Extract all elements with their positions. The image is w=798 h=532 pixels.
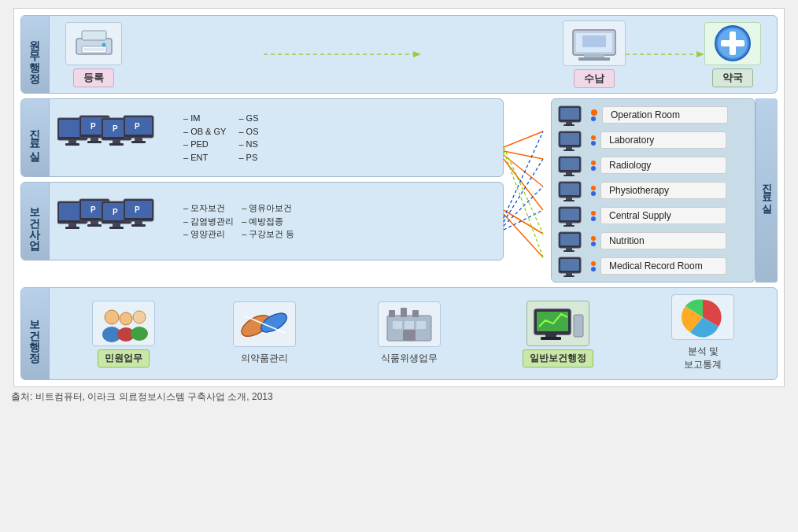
svg-rect-53 xyxy=(135,221,142,224)
svg-rect-44 xyxy=(87,224,102,227)
svg-rect-25 xyxy=(87,141,102,143)
svg-rect-48 xyxy=(113,224,120,227)
svg-marker-6 xyxy=(413,51,421,57)
medicine-box: 의약품관리 xyxy=(233,301,296,367)
svg-rect-4 xyxy=(83,48,105,51)
svg-rect-70 xyxy=(566,122,572,124)
svg-rect-83 xyxy=(563,200,574,201)
row-bohun: 보건행정 민원업무 xyxy=(20,287,778,380)
svg-rect-91 xyxy=(563,250,574,252)
svg-rect-54 xyxy=(131,224,146,227)
svg-point-98 xyxy=(120,312,132,325)
svg-rect-115 xyxy=(545,333,556,337)
registration-box: 등록 xyxy=(65,22,122,87)
svg-rect-73 xyxy=(560,133,579,145)
civil-icon xyxy=(92,301,155,346)
right-panel-area: Operation Room Laboratory xyxy=(551,98,778,283)
left-rows: 진료실 xyxy=(20,98,504,283)
svg-rect-94 xyxy=(566,273,572,275)
svg-rect-39 xyxy=(68,224,76,227)
row-health-content: P P xyxy=(50,183,503,260)
svg-rect-117 xyxy=(574,315,583,337)
module-radiology: Radiology xyxy=(558,154,748,176)
food-label: 식품위생업무 xyxy=(375,350,444,367)
svg-rect-9 xyxy=(584,54,604,57)
svg-line-60 xyxy=(504,210,543,234)
svg-text:P: P xyxy=(135,122,140,131)
public-health-icon xyxy=(526,301,589,346)
svg-rect-95 xyxy=(563,275,574,277)
analysis-label: 분석 및 보고통계 xyxy=(678,343,728,373)
module-nutrition: Nutrition xyxy=(558,230,748,252)
module-central-supply: Central Supply xyxy=(558,205,748,227)
svg-rect-43 xyxy=(91,221,98,224)
row-health: 보건사업 xyxy=(20,182,504,260)
pharmacy-box: 약국 xyxy=(704,22,761,87)
svg-rect-20 xyxy=(68,140,76,143)
public-health-label: 일반보건행정 xyxy=(523,349,593,368)
svg-rect-112 xyxy=(412,310,419,317)
module-radiology-label: Radiology xyxy=(600,157,726,174)
svg-rect-75 xyxy=(563,150,574,151)
svg-rect-17 xyxy=(721,40,744,46)
svg-rect-77 xyxy=(560,158,579,170)
pharmacy-icon xyxy=(704,22,761,65)
svg-rect-107 xyxy=(405,321,414,329)
medicine-label: 의약품관리 xyxy=(235,350,294,367)
middle-section: 진료실 xyxy=(20,98,778,283)
svg-rect-89 xyxy=(560,234,579,246)
svg-text:P: P xyxy=(113,124,118,133)
module-physiotherapy: Physiotherapy xyxy=(558,179,748,201)
svg-point-103 xyxy=(258,309,290,336)
medicine-icon xyxy=(233,301,296,347)
svg-point-100 xyxy=(133,311,146,323)
food-icon xyxy=(378,301,441,347)
svg-rect-116 xyxy=(541,337,561,340)
health-computers: P P xyxy=(57,194,168,249)
svg-rect-90 xyxy=(566,248,572,250)
svg-rect-40 xyxy=(65,227,79,229)
svg-rect-86 xyxy=(566,223,572,225)
module-central-supply-label: Central Supply xyxy=(600,207,726,224)
svg-rect-29 xyxy=(113,140,120,143)
svg-rect-74 xyxy=(566,147,572,150)
svg-line-67 xyxy=(504,151,543,257)
svg-rect-24 xyxy=(91,138,98,141)
svg-rect-82 xyxy=(566,198,572,200)
row-wonmu-content: 등록 xyxy=(50,16,777,93)
row-wonmu: 원무행정 등록 xyxy=(20,15,778,94)
module-laboratory: Laboratory xyxy=(558,129,748,151)
clinic-list: – IM – OB & GY – PED – ENT – GS – OS – N… xyxy=(183,112,259,164)
svg-line-57 xyxy=(504,151,543,159)
row-wonmu-label: 원무행정 xyxy=(21,16,50,93)
svg-rect-111 xyxy=(401,308,407,317)
svg-rect-11 xyxy=(582,35,606,47)
svg-rect-85 xyxy=(560,209,579,220)
analysis-box: 분석 및 보고통계 xyxy=(671,294,734,373)
svg-line-63 xyxy=(504,159,543,222)
svg-rect-34 xyxy=(135,138,142,141)
svg-text:P: P xyxy=(91,205,96,214)
svg-rect-106 xyxy=(393,321,402,329)
food-box: 식품위생업무 xyxy=(375,301,444,367)
svg-rect-108 xyxy=(416,321,426,329)
svg-rect-79 xyxy=(563,175,574,176)
row-health-label: 보건사업 xyxy=(21,183,50,260)
module-operation-room-label: Operation Room xyxy=(602,106,728,124)
svg-rect-110 xyxy=(389,310,395,317)
svg-point-3 xyxy=(102,43,105,47)
row-jinryo-content: P P xyxy=(50,99,503,176)
source-citation: 출처: 비트컴퓨터, 이라크 의료정보시스템 구축사업 소개, 2013 xyxy=(8,390,273,404)
reception-icon xyxy=(563,20,626,66)
svg-rect-93 xyxy=(560,259,579,271)
civil-box: 민원업무 xyxy=(92,301,155,368)
module-medical-record: Medical Record Room xyxy=(558,255,748,277)
svg-rect-49 xyxy=(109,227,124,229)
svg-rect-69 xyxy=(560,108,579,120)
svg-rect-10 xyxy=(578,57,610,61)
pharmacy-label: 약국 xyxy=(712,68,753,87)
svg-rect-21 xyxy=(65,143,79,146)
svg-rect-109 xyxy=(403,330,416,341)
svg-rect-78 xyxy=(566,172,572,175)
svg-point-101 xyxy=(131,327,148,341)
